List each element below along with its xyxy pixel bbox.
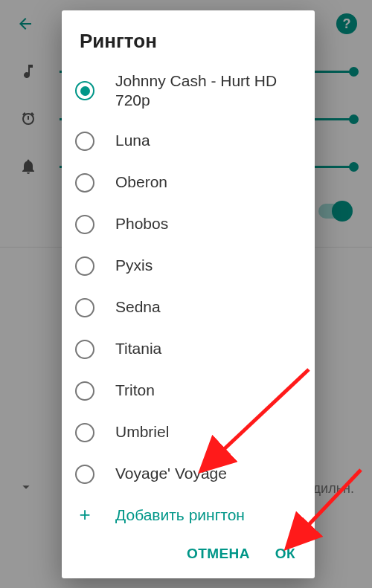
ringtone-option[interactable]: Sedna	[62, 287, 315, 329]
radio-icon	[75, 465, 94, 484]
ringtone-option[interactable]: Triton	[62, 370, 315, 412]
ringtone-dialog: Рингтон Johnny Cash - Hurt HD 720pLunaOb…	[62, 10, 315, 578]
ringtone-label: Phobos	[115, 214, 168, 233]
radio-icon	[75, 215, 94, 234]
ringtone-option[interactable]: Pyxis	[62, 245, 315, 287]
ringtone-label: Sedna	[115, 297, 161, 317]
ringtone-option[interactable]: Titania	[62, 329, 315, 370]
cancel-button[interactable]: ОТМЕНА	[187, 546, 250, 562]
ok-button[interactable]: ОК	[275, 546, 295, 562]
radio-icon	[75, 340, 94, 359]
ringtone-label: Oberon	[115, 172, 167, 192]
dialog-title: Рингтон	[62, 10, 315, 59]
ringtone-option[interactable]: Voyage' Voyage	[62, 453, 315, 495]
ringtone-label: Titania	[115, 339, 161, 358]
ringtone-list[interactable]: Johnny Cash - Hurt HD 720pLunaOberonPhob…	[62, 59, 315, 535]
ringtone-label: Voyage' Voyage	[115, 464, 227, 483]
radio-icon	[75, 381, 94, 401]
radio-icon	[75, 256, 94, 276]
radio-icon	[75, 423, 94, 442]
radio-icon	[75, 81, 94, 100]
plus-icon: +	[75, 505, 94, 525]
ringtone-label: Triton	[115, 381, 155, 400]
dialog-actions: ОТМЕНА ОК	[62, 535, 315, 578]
radio-icon	[75, 132, 94, 151]
ringtone-option[interactable]: Umbriel	[62, 412, 315, 453]
add-ringtone-label: Добавить рингтон	[115, 506, 245, 524]
ringtone-option[interactable]: Luna	[62, 120, 315, 162]
ringtone-label: Johnny Cash - Hurt HD 720p	[115, 71, 301, 111]
ringtone-label: Pyxis	[115, 256, 153, 275]
ringtone-option[interactable]: Phobos	[62, 204, 315, 245]
ringtone-label: Umbriel	[115, 422, 169, 442]
ringtone-label: Luna	[115, 131, 150, 150]
screen: ? дильн.	[0, 0, 372, 588]
radio-icon	[75, 298, 94, 317]
add-ringtone[interactable]: +Добавить рингтон	[62, 495, 315, 535]
ringtone-option[interactable]: Oberon	[62, 162, 315, 204]
radio-icon	[75, 173, 94, 193]
ringtone-option[interactable]: Johnny Cash - Hurt HD 720p	[62, 62, 315, 120]
